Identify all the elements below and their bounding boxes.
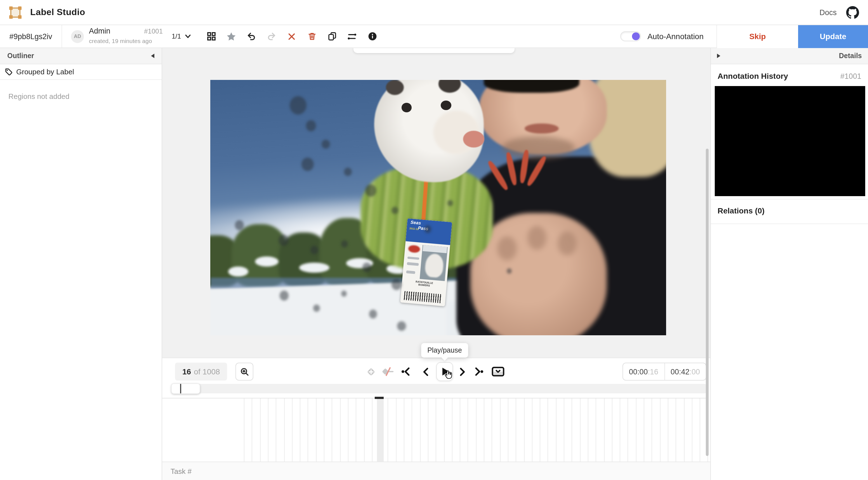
details-header: Details: [711, 48, 868, 64]
annotation-id: #1001: [144, 28, 163, 35]
label-studio-logo-icon[interactable]: [9, 6, 22, 19]
current-time: 00:00:16: [623, 363, 664, 380]
play-pause-button[interactable]: [436, 362, 453, 381]
annotation-history-header: Annotation History #1001: [711, 64, 868, 86]
annotation-history-id: #1001: [840, 72, 861, 80]
keypoint-add-button[interactable]: [364, 363, 378, 381]
magnifier-plus-icon: [240, 367, 249, 376]
regions-empty-message: Regions not added: [0, 80, 162, 113]
timeline-footer: Task #: [162, 461, 710, 480]
content: Outliner Grouped by Label Regions not ad…: [0, 48, 868, 480]
video-lens-dirt: [210, 80, 666, 335]
annotation-history-title: Annotation History: [718, 71, 788, 80]
previous-keyframe-button[interactable]: [399, 363, 414, 381]
pager-label: 1/1: [172, 32, 181, 40]
expand-panel-icon[interactable]: [717, 54, 720, 58]
seek-track[interactable]: [174, 384, 706, 393]
relations-settings-button[interactable]: [346, 30, 358, 43]
annotation-pager[interactable]: 1/1: [172, 32, 191, 40]
task-id: #9pb8Lgs2iv: [0, 32, 62, 40]
collapse-timeline-button[interactable]: [489, 363, 506, 381]
seek-handle[interactable]: [171, 383, 200, 394]
keypoint-interpolation-off-button[interactable]: [379, 363, 396, 381]
divider: [62, 25, 62, 47]
relations-header[interactable]: Relations (0): [711, 199, 868, 224]
annotator-info: AD Admin #1001 created, 19 minutes ago: [71, 27, 163, 45]
annotation-toolbar: #9pb8Lgs2iv AD Admin #1001 created, 19 m…: [0, 25, 868, 48]
play-pause-tooltip: Play/pause: [421, 343, 468, 357]
next-frame-button[interactable]: [455, 363, 469, 381]
collapse-panel-icon[interactable]: [151, 54, 154, 58]
playhead-column: [377, 399, 384, 461]
info-button[interactable]: [367, 30, 378, 43]
github-icon[interactable]: [846, 6, 859, 19]
app-title: Label Studio: [30, 7, 85, 17]
update-button[interactable]: Update: [798, 25, 868, 48]
details-title: Details: [839, 52, 862, 60]
redo-button[interactable]: [266, 30, 277, 43]
play-icon: [442, 368, 449, 376]
frame-counter-input[interactable]: 16 of 1008: [175, 363, 227, 381]
task-label: Task #: [162, 462, 710, 476]
vertical-scrollbar[interactable]: [706, 149, 709, 456]
seek-position-marker: [180, 384, 181, 393]
annotator-name: Admin: [89, 27, 111, 35]
auto-annotation-toggle[interactable]: [620, 31, 641, 41]
timeline-ruler[interactable]: [162, 398, 706, 461]
tag-icon: [5, 68, 12, 75]
avatar: AD: [71, 30, 84, 43]
frame-ticks: [244, 399, 706, 461]
grouping-selector[interactable]: Grouped by Label: [0, 64, 162, 80]
video-stage: Seas Pass 2011-12 RATATOUILLEBOWERS: [162, 48, 710, 358]
playback-controls: 16 of 1008: [162, 362, 710, 382]
undo-button[interactable]: [246, 30, 257, 43]
time-display: 00:00:16 00:42:00: [622, 363, 706, 381]
outliner-panel: Outliner Grouped by Label Regions not ad…: [0, 48, 162, 480]
delete-annotation-button[interactable]: [306, 30, 317, 43]
skip-button[interactable]: Skip: [716, 25, 798, 48]
annotation-created-info: created, 19 minutes ago: [89, 37, 152, 44]
toggle-knob: [632, 32, 640, 40]
docs-link[interactable]: Docs: [819, 8, 837, 16]
auto-annotation-label: Auto-Annotation: [647, 32, 704, 41]
duplicate-annotation-button[interactable]: [326, 30, 338, 43]
next-keyframe-button[interactable]: [471, 363, 486, 381]
chevron-down-icon: [184, 33, 191, 40]
zoom-in-button[interactable]: [236, 363, 253, 381]
view-all-button[interactable]: [206, 30, 217, 43]
floating-toolbar-edge: [353, 48, 515, 53]
reset-button[interactable]: [286, 30, 297, 43]
playhead-handle[interactable]: [375, 397, 384, 399]
main-area: Seas Pass 2011-12 RATATOUILLEBOWERS: [162, 48, 710, 480]
details-panel: Details Annotation History #1001 Relatio…: [710, 48, 868, 480]
top-bar: Label Studio Docs: [0, 0, 868, 25]
history-thumbnail: [715, 86, 865, 196]
label-studio-app: Label Studio Docs #9pb8Lgs2iv AD Admin #…: [0, 0, 868, 480]
outliner-header: Outliner: [0, 48, 162, 64]
ground-truth-star-button[interactable]: [226, 30, 237, 43]
toolbar-actions: [206, 30, 378, 43]
outliner-title: Outliner: [7, 52, 34, 60]
video-canvas[interactable]: Seas Pass 2011-12 RATATOUILLEBOWERS: [210, 80, 666, 335]
total-time: 00:42:00: [664, 363, 706, 380]
previous-frame-button[interactable]: [418, 363, 433, 381]
auto-annotation-control: Auto-Annotation: [620, 31, 704, 41]
grouping-label: Grouped by Label: [16, 68, 74, 76]
